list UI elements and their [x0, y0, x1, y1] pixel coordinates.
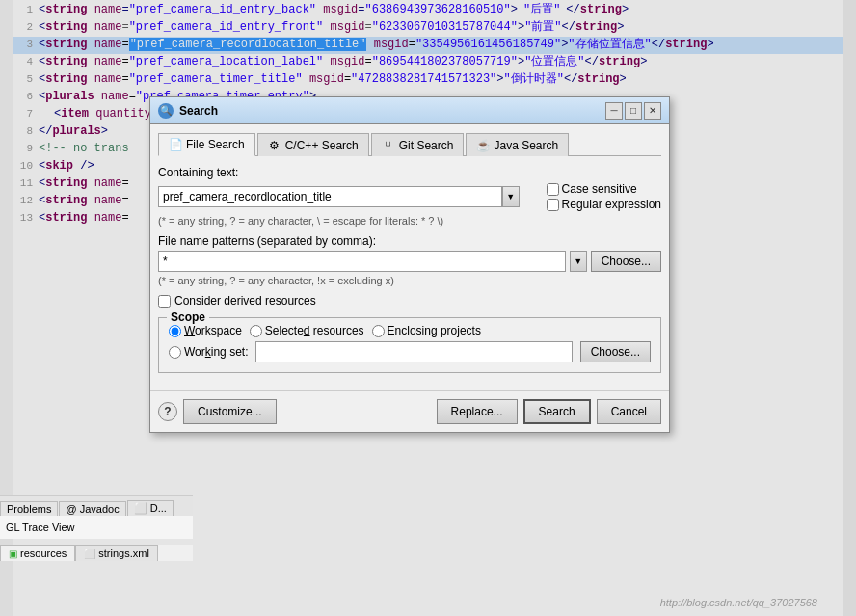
dialog-title-text: Search	[179, 104, 218, 118]
dialog-body: 📄 File Search ⚙ C/C++ Search ⑂ Git Searc…	[150, 124, 669, 390]
tab-file-search-label: File Search	[186, 138, 245, 151]
git-search-icon: ⑂	[382, 139, 395, 152]
cpp-search-icon: ⚙	[268, 139, 281, 152]
dialog-controls: ─ □ ✕	[605, 102, 661, 120]
hint-text-2: (* = any string, ? = any character, !x =…	[158, 275, 661, 286]
scope-legend: Scope	[167, 310, 209, 324]
search-dialog-icon: 🔍	[158, 103, 174, 119]
consider-derived-section: Consider derived resources	[158, 294, 661, 308]
tab-resources[interactable]: ▣ resources	[0, 545, 75, 561]
scope-section: Scope Workspace Selected resources Enclo…	[158, 317, 661, 373]
hint-text-1: (* = any string, ? = any character, \ = …	[158, 215, 661, 227]
regular-expression-label: Regular expression	[562, 198, 661, 211]
case-sensitive-label: Case sensitive	[562, 182, 637, 196]
file-name-patterns-dropdown[interactable]: ▼	[570, 251, 587, 272]
resources-label: resources	[20, 548, 67, 559]
tab-declaration[interactable]: ⬜ D...	[127, 500, 174, 516]
scope-working-set[interactable]: Working set:	[169, 345, 248, 359]
checkbox-group-right: Case sensitive Regular expression	[547, 182, 661, 211]
containing-text-label: Containing text:	[158, 166, 661, 179]
tab-file-search[interactable]: 📄 File Search	[158, 133, 255, 156]
containing-text-section: Containing text: ▼ Case sensitive Regula…	[158, 166, 661, 227]
resources-icon: ▣	[9, 549, 17, 559]
working-set-row: Working set: Choose...	[169, 341, 651, 362]
regular-expression-checkbox[interactable]	[547, 199, 559, 211]
scope-selected-resources[interactable]: Selected resources	[250, 324, 364, 337]
replace-button[interactable]: Replace...	[437, 399, 518, 424]
file-name-patterns-row: ▼ Choose...	[158, 251, 661, 272]
bottom-panel: Problems @ Javadoc ⬜ D... GL Trace View	[0, 495, 193, 539]
scope-selected-radio[interactable]	[250, 325, 262, 337]
scope-enclosing-projects[interactable]: Enclosing projects	[372, 324, 481, 337]
scope-enclosing-radio[interactable]	[372, 325, 385, 337]
dialog-titlebar: 🔍 Search ─ □ ✕	[150, 97, 669, 124]
containing-text-dropdown[interactable]: ▼	[502, 186, 520, 207]
search-tab-bar: 📄 File Search ⚙ C/C++ Search ⑂ Git Searc…	[158, 132, 661, 156]
tab-cpp-search[interactable]: ⚙ C/C++ Search	[257, 133, 369, 156]
dialog-title: 🔍 Search	[158, 103, 218, 119]
minimize-button[interactable]: ─	[605, 102, 623, 120]
containing-text-row: ▼ Case sensitive Regular expression	[158, 182, 661, 211]
tab-java-search-label: Java Search	[494, 139, 558, 152]
scope-working-radio[interactable]	[169, 346, 181, 359]
resource-tabs: ▣ resources ⬜ strings.xml	[0, 545, 193, 561]
scope-options-row: Workspace Selected resources Enclosing p…	[169, 324, 651, 337]
file-name-patterns-label: File name patterns (separated by comma):	[158, 234, 661, 248]
tab-javadoc[interactable]: @ Javadoc	[59, 501, 125, 516]
scope-enclosing-label: Enclosing projects	[388, 324, 481, 337]
case-sensitive-checkbox[interactable]	[547, 183, 559, 196]
gl-trace-view-item[interactable]: GL Trace View	[4, 520, 189, 535]
scope-workspace-label: orkspace	[195, 324, 242, 337]
regular-expression-check[interactable]: Regular expression	[547, 198, 661, 211]
tab-git-search[interactable]: ⑂ Git Search	[371, 133, 465, 156]
containing-text-input[interactable]	[158, 186, 502, 207]
java-search-icon: ☕	[476, 139, 490, 152]
working-set-choose-button[interactable]: Choose...	[580, 341, 651, 362]
tab-problems[interactable]: Problems	[0, 501, 58, 516]
consider-derived-label: Consider derived resources	[174, 294, 316, 308]
file-name-patterns-section: File name patterns (separated by comma):…	[158, 234, 661, 286]
working-set-input[interactable]	[255, 341, 572, 362]
file-search-icon: 📄	[169, 138, 182, 151]
tab-java-search[interactable]: ☕ Java Search	[466, 133, 569, 156]
scope-workspace[interactable]: Workspace	[169, 324, 242, 337]
search-dialog: 🔍 Search ─ □ ✕ 📄 File Search ⚙ C/C++ Sea…	[149, 96, 670, 433]
tab-cpp-search-label: C/C++ Search	[285, 139, 359, 152]
bottom-panel-content: GL Trace View	[0, 516, 193, 539]
customize-button[interactable]: Customize...	[183, 399, 277, 424]
close-button[interactable]: ✕	[644, 102, 661, 120]
scope-workspace-radio[interactable]	[169, 325, 181, 337]
dialog-footer: ? Customize... Replace... Search Cancel	[150, 390, 669, 432]
strings-icon: ⬜	[84, 549, 95, 559]
tab-stringsxml[interactable]: ⬜ strings.xml	[75, 545, 158, 561]
cancel-button[interactable]: Cancel	[597, 399, 661, 424]
tab-git-search-label: Git Search	[399, 139, 454, 152]
help-button[interactable]: ?	[158, 402, 177, 421]
case-sensitive-check[interactable]: Case sensitive	[547, 182, 661, 196]
file-name-patterns-input[interactable]	[158, 251, 566, 272]
strings-label: strings.xml	[98, 548, 149, 559]
file-patterns-choose-button[interactable]: Choose...	[591, 251, 661, 272]
maximize-button[interactable]: □	[625, 102, 642, 120]
search-button[interactable]: Search	[523, 399, 591, 424]
bottom-panel-tabbar: Problems @ Javadoc ⬜ D...	[0, 496, 193, 516]
consider-derived-checkbox[interactable]	[158, 295, 171, 308]
